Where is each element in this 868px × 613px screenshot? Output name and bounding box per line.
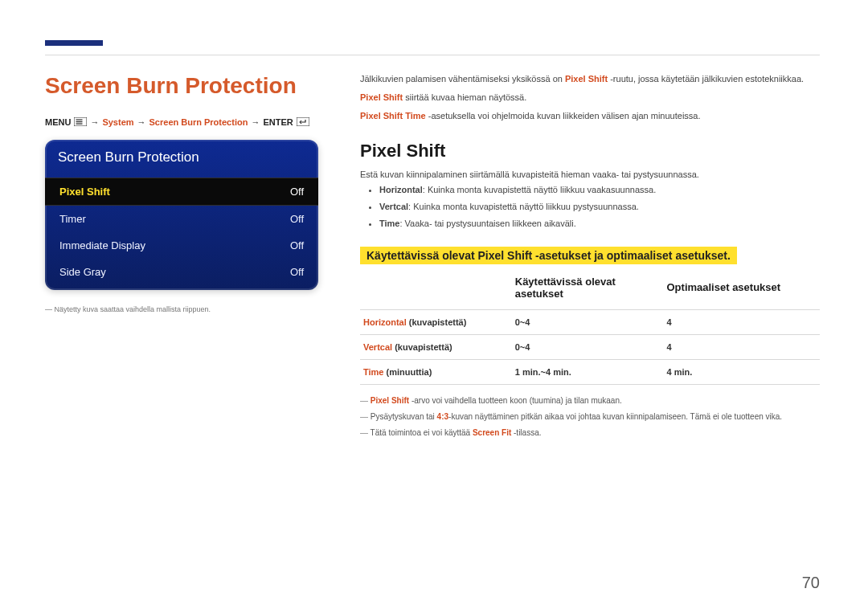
svg-rect-3 xyxy=(76,124,83,125)
bullet-item: Horizontal: Kuinka monta kuvapistettä nä… xyxy=(379,182,820,198)
panel-row[interactable]: Pixel ShiftOff xyxy=(45,178,318,206)
panel-header: Screen Burn Protection xyxy=(45,140,318,178)
intro-line-3: Pixel Shift Time -asetuksella voi ohjelm… xyxy=(360,109,820,123)
panel-row-name: Timer xyxy=(59,213,86,225)
svg-rect-2 xyxy=(76,121,83,122)
panel-row-value: Off xyxy=(290,186,304,198)
settings-panel: Screen Burn Protection Pixel ShiftOffTim… xyxy=(45,140,318,290)
left-footnote-text: Näytetty kuva saattaa vaihdella mallista… xyxy=(55,305,211,313)
sub-description: Estä kuvan kiinnipalaminen siirtämällä k… xyxy=(360,168,820,182)
th-optimal: Optimaaliset asetukset xyxy=(664,269,821,310)
panel-row-value: Off xyxy=(290,266,304,278)
accent-band xyxy=(45,40,103,46)
th-empty xyxy=(360,269,512,310)
footnotes: ― Pixel Shift -arvo voi vaihdella tuotte… xyxy=(360,394,820,439)
bullet-item: Vertcal: Kuinka monta kuvapistettä näytt… xyxy=(379,198,820,215)
enter-icon xyxy=(297,117,309,126)
panel-row[interactable]: Immediate DisplayOff xyxy=(45,232,318,259)
footnote-line: ― Pixel Shift -arvo voi vaihdella tuotte… xyxy=(360,394,820,407)
table-row: Vertcal (kuvapistettä)0~44 xyxy=(360,334,820,359)
breadcrumb-system: System xyxy=(102,117,133,127)
horizontal-rule xyxy=(45,55,820,55)
svg-rect-1 xyxy=(76,120,83,121)
footnote-line: ― Pysäytyskuvan tai 4:3-kuvan näyttämine… xyxy=(360,411,820,423)
enter-label: ENTER xyxy=(263,117,293,127)
settings-table: Käytettävissä olevat asetukset Optimaali… xyxy=(360,269,820,385)
highlight-banner: Käytettävissä olevat Pixel Shift -asetuk… xyxy=(360,247,737,264)
menu-label: MENU xyxy=(45,117,71,127)
page-number: 70 xyxy=(802,574,820,592)
panel-row[interactable]: TimerOff xyxy=(45,206,318,232)
left-column: Screen Burn Protection MENU → System → S… xyxy=(45,72,323,443)
footnote-line: ― Tätä toimintoa ei voi käyttää Screen F… xyxy=(360,427,820,439)
panel-row-value: Off xyxy=(290,213,304,225)
page-title: Screen Burn Protection xyxy=(45,72,323,100)
table-row: Time (minuuttia)1 min.~4 min.4 min. xyxy=(360,359,820,384)
panel-row-name: Pixel Shift xyxy=(59,186,110,198)
bullet-item: Time: Vaaka- tai pystysuuntaisen liikkee… xyxy=(379,215,820,232)
arrow-icon: → xyxy=(251,117,260,127)
arrow-icon: → xyxy=(137,117,146,127)
bullet-list: Horizontal: Kuinka monta kuvapistettä nä… xyxy=(379,182,820,232)
left-footnote: ― Näytetty kuva saattaa vaihdella mallis… xyxy=(45,304,323,315)
intro-line-2: Pixel Shift siirtää kuvaa hieman näytöss… xyxy=(360,91,820,104)
menu-icon xyxy=(74,117,87,126)
panel-row-value: Off xyxy=(290,239,304,251)
table-row: Horizontal (kuvapistettä)0~44 xyxy=(360,309,820,334)
panel-row[interactable]: Side GrayOff xyxy=(45,259,318,285)
panel-row-name: Side Gray xyxy=(59,266,106,278)
panel-row-name: Immediate Display xyxy=(59,239,145,251)
arrow-icon: → xyxy=(90,117,99,127)
subheading: Pixel Shift xyxy=(360,141,820,161)
right-column: Jälkikuvien palamisen vähentämiseksi yks… xyxy=(360,72,820,443)
th-available: Käytettävissä olevat asetukset xyxy=(512,269,664,310)
breadcrumb: MENU → System → Screen Burn Protection →… xyxy=(45,117,323,127)
breadcrumb-sbp: Screen Burn Protection xyxy=(149,117,248,127)
intro-line-1: Jälkikuvien palamisen vähentämiseksi yks… xyxy=(360,72,820,86)
